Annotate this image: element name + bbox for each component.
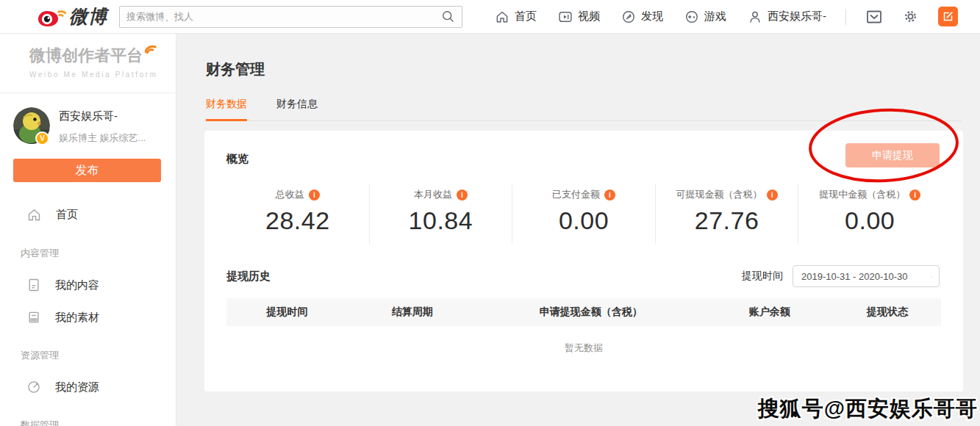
column-header: 结算周期 bbox=[348, 306, 476, 319]
withdraw-history-title: 提现历史 bbox=[226, 270, 271, 284]
user-name: 西安娱乐哥- bbox=[59, 109, 146, 123]
platform-subtitle: Weibo Me Media Platform bbox=[29, 71, 176, 79]
nav-item-label: 游戏 bbox=[704, 10, 726, 24]
overview-title: 概览 bbox=[226, 145, 248, 166]
column-header: 提现时间 bbox=[226, 306, 348, 319]
platform-brand: 微博创作者平台 Weibo Me Media Platform bbox=[0, 34, 176, 93]
stat-label: 提现中金额（含税） bbox=[819, 188, 905, 201]
column-header: 申请提现金额（含税） bbox=[476, 306, 705, 319]
stat-withdrawing-amount: 提现中金额（含税） 0.00 bbox=[798, 184, 941, 244]
home-icon bbox=[26, 207, 42, 223]
sidebar-item-my-material[interactable]: 我的素材 bbox=[0, 310, 176, 325]
date-range-picker[interactable] bbox=[793, 265, 940, 287]
sidebar-section-resources: 资源管理 bbox=[0, 349, 176, 362]
info-icon[interactable] bbox=[457, 189, 468, 201]
envelope-icon bbox=[865, 8, 883, 26]
gear-icon bbox=[902, 8, 919, 25]
nav-item-discover[interactable]: 发现 bbox=[621, 10, 663, 24]
sidebar: 微博创作者平台 Weibo Me Media Platform bbox=[0, 34, 176, 426]
navbar-right: 首页 视频 发现 bbox=[473, 7, 980, 26]
top-navbar: 微博 首页 视频 bbox=[0, 0, 980, 34]
weibo-creator-platform: 微博 首页 视频 bbox=[0, 0, 980, 426]
compose-icon bbox=[942, 10, 954, 23]
tab-finance-info[interactable]: 财务信息 bbox=[276, 98, 318, 120]
column-header: 账户余额 bbox=[705, 306, 834, 319]
stat-month-income: 本月收益 10.84 bbox=[369, 184, 512, 244]
nav-item-label: 视频 bbox=[578, 10, 600, 24]
stat-label: 可提现金额（含税） bbox=[676, 188, 762, 201]
nav-item-label: 发现 bbox=[641, 10, 663, 24]
calendar-icon bbox=[931, 270, 932, 283]
sidebar-item-label: 我的素材 bbox=[55, 311, 99, 325]
navbar-left: 微博 bbox=[0, 4, 462, 29]
publish-button[interactable]: 发布 bbox=[13, 159, 161, 182]
user-icon bbox=[748, 10, 762, 24]
info-icon[interactable] bbox=[909, 189, 920, 201]
sidebar-item-my-content[interactable]: 我的内容 bbox=[0, 278, 176, 292]
main-content: 财务管理 财务数据 财务信息 概览 申请提现 总收益 28.42 本月收益 10… bbox=[176, 34, 980, 426]
sidebar-item-home[interactable]: 首页 bbox=[0, 207, 176, 223]
navbar-divider bbox=[845, 9, 846, 25]
document-icon bbox=[26, 278, 41, 292]
weibo-logo-icon[interactable] bbox=[37, 5, 68, 29]
overview-stats: 总收益 28.42 本月收益 10.84 已支付金额 0.00 可提现金额（含税… bbox=[204, 184, 963, 244]
stat-value: 28.42 bbox=[226, 206, 369, 235]
sidebar-item-my-resources[interactable]: 我的资源 bbox=[0, 380, 176, 394]
nav-item-profile[interactable]: 西安娱乐哥- bbox=[748, 10, 826, 24]
info-icon[interactable] bbox=[767, 189, 778, 201]
sidebar-item-label: 首页 bbox=[56, 208, 78, 222]
tab-finance-data[interactable]: 财务数据 bbox=[206, 98, 247, 120]
apply-withdraw-button[interactable]: 申请提现 bbox=[845, 143, 940, 167]
stat-withdrawable-amount: 可提现金额（含税） 27.76 bbox=[655, 184, 798, 244]
messages-button[interactable] bbox=[865, 8, 883, 26]
withdraw-time-label: 提现时间 bbox=[742, 270, 783, 283]
stat-value: 0.00 bbox=[798, 206, 941, 235]
material-icon bbox=[26, 310, 41, 325]
stat-value: 10.84 bbox=[370, 206, 512, 235]
search-icon[interactable] bbox=[441, 10, 455, 24]
tab-bar: 财务数据 财务信息 bbox=[206, 98, 962, 121]
verified-badge: V bbox=[35, 131, 49, 145]
home-icon bbox=[495, 10, 509, 24]
settings-button[interactable] bbox=[902, 8, 919, 25]
stat-label: 本月收益 bbox=[414, 188, 452, 201]
gamepad-icon bbox=[684, 10, 699, 24]
video-icon bbox=[558, 10, 573, 24]
stat-value: 0.00 bbox=[512, 206, 655, 235]
nav-item-label: 西安娱乐哥- bbox=[768, 10, 826, 24]
info-icon[interactable] bbox=[604, 189, 615, 201]
stat-label: 总收益 bbox=[276, 188, 304, 201]
nav-item-video[interactable]: 视频 bbox=[558, 10, 600, 24]
column-header: 提现状态 bbox=[834, 306, 941, 319]
signal-icon bbox=[145, 43, 157, 55]
gauge-icon bbox=[26, 380, 41, 394]
sidebar-item-label: 我的内容 bbox=[55, 278, 99, 292]
sidebar-section-content: 内容管理 bbox=[0, 247, 176, 260]
platform-title: 微博创作者平台 bbox=[29, 45, 143, 67]
info-icon[interactable] bbox=[309, 189, 320, 201]
user-profile: V 西安娱乐哥- 娱乐博主 娱乐综艺... bbox=[0, 93, 176, 145]
stat-label: 已支付金额 bbox=[552, 188, 600, 201]
weibo-brand-text: 微博 bbox=[69, 4, 107, 29]
search-box[interactable] bbox=[119, 6, 462, 28]
finance-card: 概览 申请提现 总收益 28.42 本月收益 10.84 已支付金额 0.00 … bbox=[204, 131, 963, 391]
nav-item-games[interactable]: 游戏 bbox=[684, 10, 726, 24]
compass-icon bbox=[621, 10, 636, 24]
page-title: 财务管理 bbox=[176, 34, 980, 79]
search-input[interactable] bbox=[126, 11, 441, 22]
nav-item-home[interactable]: 首页 bbox=[495, 10, 537, 24]
empty-state-text: 暂无数据 bbox=[204, 342, 963, 355]
stat-paid-amount: 已支付金额 0.00 bbox=[512, 184, 655, 244]
stat-value: 27.76 bbox=[656, 206, 798, 235]
stat-total-income: 总收益 28.42 bbox=[226, 184, 369, 244]
history-table-header: 提现时间 结算周期 申请提现金额（含税） 账户余额 提现状态 bbox=[226, 298, 941, 326]
sidebar-item-label: 我的资源 bbox=[55, 380, 99, 394]
user-tags: 娱乐博主 娱乐综艺... bbox=[59, 131, 146, 145]
compose-button[interactable] bbox=[938, 7, 958, 26]
date-range-input[interactable] bbox=[801, 271, 931, 282]
nav-item-label: 首页 bbox=[515, 10, 537, 24]
sidebar-section-data: 数据管理 bbox=[0, 419, 176, 426]
